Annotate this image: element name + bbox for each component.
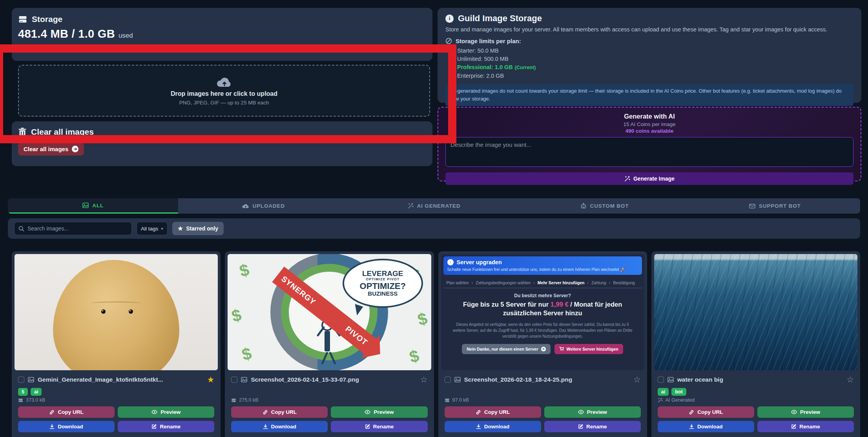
limits-heading: Storage limits per plan: bbox=[456, 38, 521, 44]
image-card: ↑ Server upgraden Schalte neue Funktione… bbox=[438, 251, 647, 437]
tag-badge[interactable]: 5 bbox=[18, 388, 28, 396]
star-icon[interactable]: ★ bbox=[207, 375, 214, 384]
cart-icon bbox=[559, 347, 564, 351]
copy-url-button[interactable]: Copy URL bbox=[231, 406, 328, 418]
ai-generated-label: AI Generated bbox=[666, 397, 695, 403]
tab-uploaded[interactable]: UPLOADED bbox=[178, 198, 348, 214]
limits-heading-row: Storage limits per plan: bbox=[445, 38, 853, 44]
image-thumbnail-ocean[interactable] bbox=[654, 254, 857, 370]
select-checkbox[interactable] bbox=[445, 377, 451, 383]
chevron-down-icon: ▾ bbox=[161, 226, 163, 231]
download-button[interactable]: Download bbox=[658, 421, 754, 432]
info-icon: i bbox=[445, 15, 454, 23]
tag-badge[interactable]: ai bbox=[658, 388, 669, 396]
tab-all[interactable]: ALL bbox=[8, 198, 178, 214]
ai-generated-row: AI Generated bbox=[658, 397, 854, 403]
rename-button[interactable]: Rename bbox=[118, 421, 214, 432]
star-icon[interactable]: ☆ bbox=[420, 375, 428, 384]
copy-url-button[interactable]: Copy URL bbox=[658, 406, 754, 418]
image-icon bbox=[82, 203, 89, 208]
tab-support-bot[interactable]: SUPPORT BOT bbox=[690, 198, 860, 214]
star-icon: ★ bbox=[178, 225, 183, 232]
select-checkbox[interactable] bbox=[231, 377, 237, 383]
tags-select-value: All tags bbox=[141, 226, 158, 232]
tag-badge[interactable]: bot bbox=[671, 388, 686, 396]
preview-button[interactable]: Preview bbox=[118, 406, 214, 418]
storage-usage-suffix: used bbox=[119, 32, 133, 40]
rename-button[interactable]: Rename bbox=[331, 421, 427, 432]
envelope-icon bbox=[749, 204, 755, 208]
search-icon bbox=[18, 226, 24, 232]
preview-button[interactable]: Preview bbox=[544, 406, 641, 418]
image-card: water ocean big ☆ ai bot AI Generated Co… bbox=[651, 251, 860, 437]
tags-select[interactable]: All tags ▾ bbox=[137, 222, 168, 235]
upload-cloud-icon bbox=[242, 203, 249, 208]
copy-url-button[interactable]: Copy URL bbox=[445, 406, 541, 418]
file-size: 97.0 kB bbox=[452, 397, 469, 403]
filter-bar: All tags ▾ ★ Starred only bbox=[8, 218, 860, 239]
image-filename: Screenshot_2026-02-14_15-33-07.png bbox=[251, 376, 416, 383]
image-filename: Gemini_Generated_Image_kto5ntkto5ntkt... bbox=[38, 376, 203, 383]
guild-info-header: i Guild Image Storage bbox=[445, 13, 853, 24]
tab-uploaded-label: UPLOADED bbox=[252, 203, 284, 209]
offer-price: 1,99 € bbox=[551, 301, 569, 308]
dialog-terms: Dieses Angebot ist verfügbar, wenn du de… bbox=[451, 322, 634, 339]
dialog-title: Server upgraden bbox=[457, 259, 502, 265]
limits-icon bbox=[445, 38, 452, 44]
select-checkbox[interactable] bbox=[658, 377, 664, 383]
starred-only-button[interactable]: ★ Starred only bbox=[172, 222, 224, 235]
generate-ai-coins-available: 490 coins available bbox=[445, 128, 853, 134]
arrow-up-circle-icon: ↑ bbox=[447, 259, 454, 265]
add-servers-button[interactable]: Weitere Server hinzufügen bbox=[554, 344, 623, 354]
preview-button[interactable]: Preview bbox=[331, 406, 427, 418]
file-size-row: 275.0 kB bbox=[231, 397, 427, 403]
storage-progress-bar bbox=[18, 46, 426, 51]
tags-row: ai bot bbox=[658, 387, 854, 397]
image-thumbnail-potato[interactable] bbox=[15, 254, 218, 370]
plan-item-enterprise: Enterprise: 2.0 GB bbox=[457, 72, 853, 80]
tab-custom-bot[interactable]: CUSTOM BOT bbox=[519, 198, 689, 214]
plan-current-badge: (Current) bbox=[515, 65, 536, 70]
upload-dropzone[interactable]: Drop images here or click to upload PNG,… bbox=[18, 65, 430, 117]
storage-card-header: Storage bbox=[18, 15, 426, 24]
dialog-offer: Füge bis zu 5 Server für nur 1,99 € / Mo… bbox=[452, 300, 633, 318]
tags-row: 5 ai bbox=[18, 387, 214, 397]
select-checkbox[interactable] bbox=[18, 377, 24, 383]
search-input[interactable] bbox=[27, 225, 128, 232]
copy-url-button[interactable]: Copy URL bbox=[18, 406, 115, 418]
image-card: $ $ $ $ $ $ LEVERAGE OPTIMIZE PIVOT OPTI… bbox=[225, 251, 434, 437]
download-button[interactable]: Download bbox=[231, 421, 328, 432]
tags-row bbox=[445, 387, 641, 397]
image-grid: Gemini_Generated_Image_kto5ntkto5ntkt...… bbox=[12, 251, 860, 437]
clear-all-header: Clear all images bbox=[18, 127, 426, 137]
decline-upsell-button[interactable]: Nein Danke, nur diesen einen Server ➜ bbox=[462, 344, 550, 354]
dropzone-title: Drop images here or click to upload bbox=[171, 90, 277, 97]
prompt-input[interactable] bbox=[445, 137, 853, 167]
tag-badge[interactable]: ai bbox=[31, 388, 42, 396]
image-thumbnail-cartoon[interactable]: $ $ $ $ $ $ LEVERAGE OPTIMIZE PIVOT OPTI… bbox=[228, 254, 431, 370]
starred-only-label: Starred only bbox=[186, 225, 218, 232]
dialog-header: ↑ Server upgraden Schalte neue Funktione… bbox=[443, 256, 642, 275]
storage-progress-fill bbox=[18, 46, 214, 51]
image-card: Gemini_Generated_Image_kto5ntkto5ntkt...… bbox=[12, 251, 221, 437]
generate-ai-panel: Generate with AI 15 AI Coins per image 4… bbox=[438, 107, 861, 181]
star-icon[interactable]: ☆ bbox=[633, 375, 641, 384]
image-thumbnail-upgrade-dialog[interactable]: ↑ Server upgraden Schalte neue Funktione… bbox=[441, 254, 644, 370]
generate-ai-cost: 15 AI Coins per image bbox=[445, 121, 853, 127]
tab-ai-generated[interactable]: AI GENERATED bbox=[349, 198, 519, 214]
arrow-right-circle-icon: ➜ bbox=[72, 146, 78, 152]
storage-usage: 481.4 MB / 1.0 GB used bbox=[18, 27, 426, 40]
clear-all-button[interactable]: Clear all images ➜ bbox=[18, 143, 84, 155]
generate-image-button[interactable]: Generate Image bbox=[445, 172, 853, 185]
download-button[interactable]: Download bbox=[445, 421, 541, 432]
rename-button[interactable]: Rename bbox=[757, 421, 854, 432]
storage-usage-value: 481.4 MB / 1.0 GB bbox=[18, 27, 115, 40]
download-button[interactable]: Download bbox=[18, 421, 115, 432]
upload-cloud-icon bbox=[216, 76, 232, 88]
generate-image-label: Generate Image bbox=[633, 176, 675, 182]
star-icon[interactable]: ☆ bbox=[846, 375, 854, 384]
rename-button[interactable]: Rename bbox=[544, 421, 641, 432]
plan-item-professional: Professional: 1.0 GB(Current) bbox=[457, 63, 853, 72]
plan-list: Starter: 50.0 MB Unlimited: 500.0 MB Pro… bbox=[457, 47, 853, 80]
preview-button[interactable]: Preview bbox=[757, 406, 854, 418]
